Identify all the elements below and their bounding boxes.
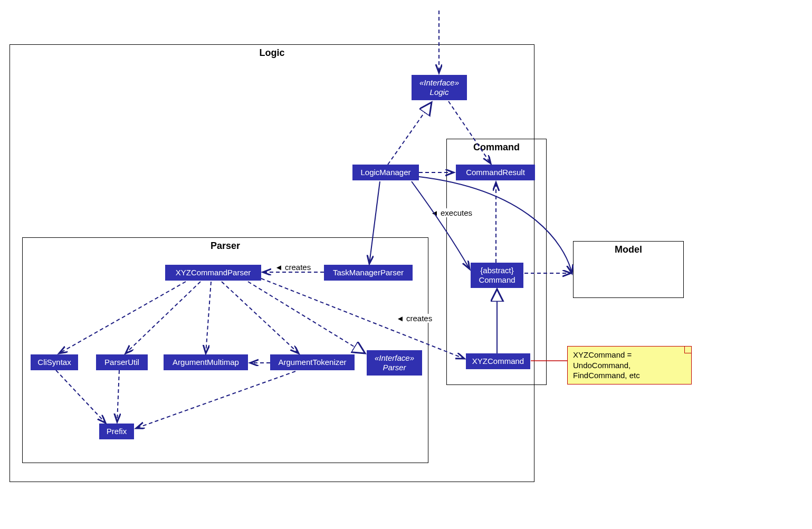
abstract-command-name: Command bbox=[479, 275, 515, 285]
node-parser-util: ParserUtil bbox=[96, 354, 148, 370]
label-creates-1: ◄ creates bbox=[274, 263, 312, 272]
node-argument-tokenizer: ArgumentTokenizer bbox=[270, 354, 355, 370]
node-xyz-command-parser: XYZCommandParser bbox=[165, 265, 261, 281]
parser-name: Parser bbox=[383, 363, 406, 372]
node-parser-interface: «Interface» Parser bbox=[367, 350, 422, 376]
xyzcp-name: XYZCommandParser bbox=[176, 268, 251, 277]
node-xyz-command: XYZCommand bbox=[466, 353, 530, 369]
logic-name: Logic bbox=[430, 88, 449, 97]
label-creates-2: ◄ creates bbox=[395, 314, 433, 323]
tmp-name: TaskManagerParser bbox=[333, 268, 404, 277]
node-argument-multimap: ArgumentMultimap bbox=[164, 354, 248, 370]
package-logic-title: Logic bbox=[260, 47, 285, 59]
uml-diagram: Logic Parser Command Model «Interface» L… bbox=[0, 0, 812, 529]
xyz-command-name: XYZCommand bbox=[472, 357, 524, 366]
node-logic-manager: LogicManager bbox=[352, 165, 419, 180]
arg-multimap-name: ArgumentMultimap bbox=[173, 358, 239, 367]
note-xyzcommand: XYZCommand = UndoCommand, FindCommand, e… bbox=[567, 346, 692, 384]
package-command-title: Command bbox=[473, 142, 520, 153]
node-abstract-command: {abstract} Command bbox=[471, 263, 523, 288]
node-logic-interface: «Interface» Logic bbox=[412, 75, 467, 100]
parser-util-name: ParserUtil bbox=[104, 358, 139, 367]
logic-manager-name: LogicManager bbox=[360, 168, 410, 177]
logic-stereotype: «Interface» bbox=[419, 78, 459, 88]
abstract-command-stereo: {abstract} bbox=[480, 266, 513, 275]
package-model: Model bbox=[573, 241, 684, 298]
package-parser-title: Parser bbox=[211, 241, 240, 252]
node-command-result: CommandResult bbox=[456, 165, 535, 180]
cli-syntax-name: CliSyntax bbox=[37, 358, 71, 367]
note-line2: FindCommand, etc bbox=[573, 370, 686, 381]
parser-stereotype: «Interface» bbox=[375, 353, 414, 363]
node-prefix: Prefix bbox=[99, 424, 134, 439]
prefix-name: Prefix bbox=[107, 427, 127, 436]
node-cli-syntax: CliSyntax bbox=[31, 354, 78, 370]
command-result-name: CommandResult bbox=[466, 168, 525, 177]
note-line1: XYZCommand = UndoCommand, bbox=[573, 350, 686, 370]
package-model-title: Model bbox=[615, 244, 642, 255]
label-executes: ◄ executes bbox=[429, 208, 473, 217]
node-task-manager-parser: TaskManagerParser bbox=[324, 265, 413, 281]
arg-tokenizer-name: ArgumentTokenizer bbox=[278, 358, 346, 367]
